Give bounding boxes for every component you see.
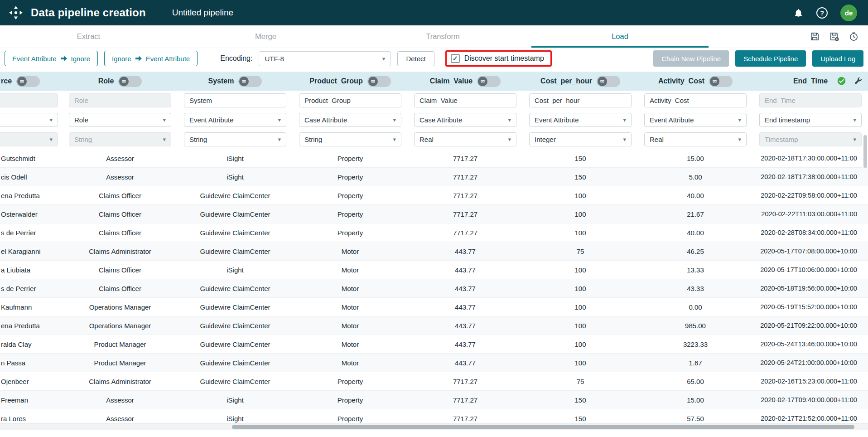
attribute-type-select[interactable]: Event Attribute▾	[644, 113, 747, 127]
tab-extract[interactable]: Extract	[0, 25, 177, 48]
table-cell: Gutschmidt	[0, 149, 63, 168]
table-cell: 1.67	[638, 354, 753, 372]
column-name-input[interactable]	[0, 93, 58, 107]
data-type-select[interactable]: ▾	[0, 132, 58, 146]
attribute-type-select[interactable]: Event Attribute▾	[184, 113, 286, 127]
column-name-input[interactable]: Cost_per_hour	[529, 93, 632, 107]
schedule-history-icon[interactable]	[849, 31, 859, 42]
column-title: System	[208, 77, 234, 85]
attribute-type-select[interactable]: ▾	[0, 113, 58, 127]
horizontal-scrollbar-thumb[interactable]	[232, 425, 854, 429]
timestamp-format-icon[interactable]	[854, 76, 863, 85]
app-title: Data pipeline creation	[31, 6, 146, 19]
data-type-select[interactable]: Integer▾	[529, 132, 632, 146]
table-cell: 2020-02-17T09:40:00.000+11:00	[753, 391, 868, 409]
data-type-select[interactable]: Timestamp▾	[759, 132, 862, 146]
attribute-type-select[interactable]: Case Attribute▾	[299, 113, 401, 127]
attribute-select-cell: ▾	[0, 110, 63, 130]
column-name-input[interactable]: Activity_Cost	[644, 93, 747, 107]
save-icon[interactable]	[810, 31, 820, 42]
notifications-bell-icon[interactable]	[793, 8, 804, 18]
table-cell: 2020-05-17T10:06:00.000+10:00	[753, 261, 868, 279]
column-name-input[interactable]: Role	[69, 93, 171, 107]
table-cell: Guidewire ClaimCenter	[178, 372, 293, 391]
table-cell: Guidewire ClaimCenter	[178, 186, 293, 205]
anonymize-toggle[interactable]	[477, 76, 501, 87]
table-cell: cis Odell	[0, 168, 63, 186]
event-attribute-to-ignore-button[interactable]: Event Attribute Ignore	[5, 51, 98, 66]
column-name-input[interactable]: Claim_Value	[414, 93, 516, 107]
column-header-Cost_per_hour: Cost_per_hour	[523, 72, 638, 91]
upload-log-button[interactable]: Upload Log	[812, 50, 863, 67]
attribute-type-select[interactable]: Case Attribute▾	[414, 113, 516, 127]
anonymize-toggle[interactable]	[118, 76, 142, 87]
mask-icon	[239, 77, 249, 86]
datatype-select-cell: String▾	[178, 130, 293, 149]
anonymize-toggle[interactable]	[367, 76, 391, 87]
ignore-to-event-attribute-button[interactable]: Ignore Event Attribute	[104, 51, 198, 66]
data-type-select[interactable]: String▾	[184, 132, 286, 146]
table-cell: 2020-02-18T17:38:00.000+11:00	[753, 168, 868, 186]
data-type-select[interactable]: String▾	[69, 132, 171, 146]
table-cell: 3223.33	[638, 335, 753, 354]
attribute-select-cell: Event Attribute▾	[638, 110, 753, 130]
attribute-type-select[interactable]: Role▾	[69, 113, 171, 127]
topbar: Data pipeline creation Untitled pipeline…	[0, 0, 868, 25]
column-name-input[interactable]: End_Time	[759, 93, 862, 107]
anonymize-toggle[interactable]	[709, 76, 733, 87]
table-cell: Property	[293, 186, 408, 205]
data-type-select[interactable]: Real▾	[644, 132, 747, 146]
attribute-type-select[interactable]: End timestamp▾	[759, 113, 862, 127]
table-cell: 150	[523, 391, 638, 409]
table-cell: s de Perrier	[0, 223, 63, 242]
vertical-scrollbar-thumb[interactable]	[863, 135, 867, 168]
mask-icon	[710, 77, 719, 86]
table-cell: 985.00	[638, 316, 753, 335]
encoding-select[interactable]: UTF-8 ▾	[259, 51, 391, 66]
column-name-input[interactable]: System	[184, 93, 286, 107]
table-cell: 7717.27	[408, 205, 523, 223]
column-input-cell: Cost_per_hour	[523, 91, 638, 110]
map-to-label: Ignore	[71, 55, 91, 63]
selected-value: Case Attribute	[420, 116, 462, 124]
chevron-down-icon: ▾	[853, 136, 856, 143]
detect-button[interactable]: Detect	[397, 51, 434, 66]
chain-new-pipeline-button[interactable]: Chain New Pipeline	[653, 50, 729, 67]
attribute-type-select[interactable]: Event Attribute▾	[529, 113, 632, 127]
discover-start-timestamp-checkbox[interactable]: ✓	[451, 54, 460, 63]
user-avatar[interactable]: de	[840, 5, 857, 21]
selected-value: String	[304, 136, 322, 143]
selected-value: String	[189, 136, 207, 143]
schedule-pipeline-button[interactable]: Schedule Pipeline	[735, 50, 806, 67]
data-type-select[interactable]: String▾	[299, 132, 401, 146]
table-cell: Claims Officer	[63, 261, 178, 279]
chevron-down-icon: ▾	[738, 136, 741, 143]
map-from-label: Ignore	[112, 55, 131, 63]
help-icon[interactable]: ?	[816, 7, 828, 19]
tab-load[interactable]: Load	[531, 25, 709, 48]
anonymize-toggle[interactable]	[238, 76, 262, 87]
chevron-down-icon: ▾	[623, 136, 626, 143]
column-header-Activity_Cost: Activity_Cost	[638, 72, 753, 91]
table-cell: 2020-05-21T09:22:00.000+10:00	[753, 316, 868, 335]
selected-value: Real	[650, 136, 664, 143]
table-cell: Motor	[293, 335, 408, 354]
table-cell: 100	[523, 279, 638, 298]
selected-value: Event Attribute	[535, 116, 579, 124]
attribute-select-cell: Case Attribute▾	[293, 110, 408, 130]
table-cell: 7717.27	[408, 149, 523, 168]
table-cell: Motor	[293, 316, 408, 335]
table-cell: Property	[293, 205, 408, 223]
table-cell: 5.00	[638, 168, 753, 186]
anonymize-toggle[interactable]	[16, 76, 40, 87]
tab-merge[interactable]: Merge	[177, 25, 354, 48]
timestamp-valid-icon	[837, 76, 846, 86]
column-input-cell: Claim_Value	[408, 91, 523, 110]
column-name-input[interactable]: Product_Group	[299, 93, 401, 107]
save-as-icon[interactable]	[829, 31, 839, 42]
chevron-down-icon: ▾	[278, 117, 281, 123]
data-type-select[interactable]: Real▾	[414, 132, 516, 146]
tab-transform[interactable]: Transform	[354, 25, 531, 48]
table-cell: 100	[523, 223, 638, 242]
anonymize-toggle[interactable]	[597, 76, 620, 87]
